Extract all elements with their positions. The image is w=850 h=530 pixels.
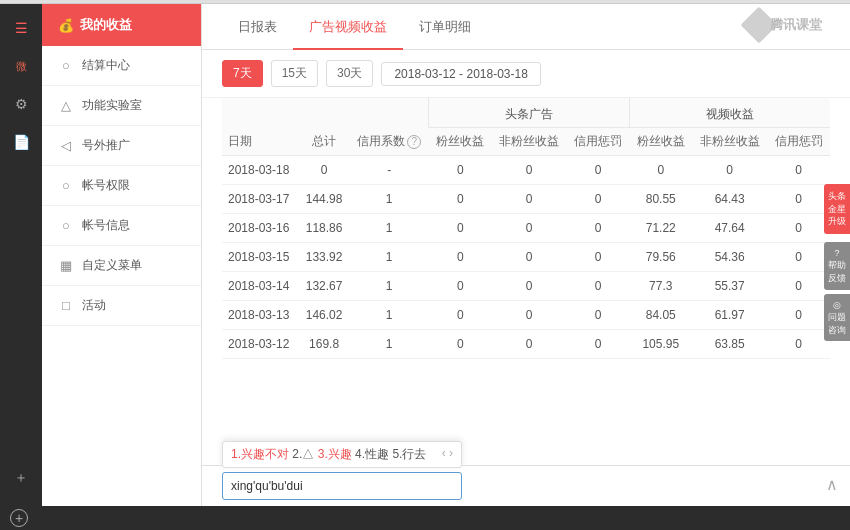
- tab-daily-report[interactable]: 日报表: [222, 4, 293, 50]
- cell-vid-penalty: 0: [767, 301, 830, 330]
- cell-date: 2018-03-16: [222, 214, 299, 243]
- period-7days-button[interactable]: 7天: [222, 60, 263, 87]
- cell-credit: -: [350, 156, 429, 185]
- plus-bottom-icon[interactable]: ＋: [5, 462, 37, 494]
- cell-date: 2018-03-14: [222, 272, 299, 301]
- suggestions-popup: 1.兴趣不对 2.△ 3.兴趣 4.性趣 5.行去 ‹ ›: [222, 441, 462, 468]
- content-area: 日报表 广告视频收益 订单明细 腾讯课堂 7天 15天 30天 2018-03-…: [202, 4, 850, 506]
- sidebar-item-activity[interactable]: □ 活动: [42, 286, 201, 326]
- help-feedback-button[interactable]: ?帮助反馈: [824, 242, 850, 290]
- menu-icon[interactable]: ☰: [5, 12, 37, 44]
- table-row: 2018-03-13 146.02 1 0 0 0 84.05 61.97 0: [222, 301, 830, 330]
- table-row: 2018-03-18 0 - 0 0 0 0 0 0: [222, 156, 830, 185]
- cell-date: 2018-03-15: [222, 243, 299, 272]
- tab-ad-income[interactable]: 广告视频收益: [293, 4, 403, 50]
- sidebar-item-label: 号外推广: [82, 137, 130, 154]
- cell-vid-penalty: 0: [767, 243, 830, 272]
- cell-ad-fan: 0: [429, 185, 492, 214]
- cell-ad-fan: 0: [429, 156, 492, 185]
- cell-vid-penalty: 0: [767, 330, 830, 359]
- cell-ad-fan: 0: [429, 330, 492, 359]
- cell-vid-penalty: 0: [767, 156, 830, 185]
- period-15days-button[interactable]: 15天: [271, 60, 318, 87]
- th-total: 总计: [299, 128, 350, 156]
- sidebar-item-settlement[interactable]: ○ 结算中心: [42, 46, 201, 86]
- customer-service-button[interactable]: ◎问题咨询: [824, 294, 850, 342]
- col-group-headline-ad: 头条广告: [429, 98, 630, 128]
- cell-ad-nonfan: 0: [492, 301, 567, 330]
- sidebar-item-permissions[interactable]: ○ 帐号权限: [42, 166, 201, 206]
- nav-panel: 💰 我的收益 ○ 结算中心 △ 功能实验室 ◁ 号外推广 ○ 帐号权限 ○ 帐号…: [42, 4, 202, 506]
- nav-header-icon: 💰: [58, 18, 74, 33]
- cell-ad-nonfan: 0: [492, 185, 567, 214]
- note-icon[interactable]: 📄: [5, 126, 37, 158]
- suggestion-item-2[interactable]: 2.△: [292, 447, 317, 461]
- cell-credit: 1: [350, 330, 429, 359]
- suggestion-item-4[interactable]: 4.性趣: [355, 447, 389, 461]
- col-group-row: 头条广告 视频收益: [222, 98, 830, 128]
- permissions-icon: ○: [58, 178, 74, 194]
- settings-icon[interactable]: ⚙: [5, 88, 37, 120]
- sidebar-item-label: 结算中心: [82, 57, 130, 74]
- data-table-wrapper: 头条广告 视频收益 日期 总计 信用系数? 粉丝收益 非粉丝收益 信用惩罚 粉丝…: [202, 98, 850, 465]
- suggestion-item-1[interactable]: 1.兴趣不对: [231, 447, 289, 461]
- cell-date: 2018-03-17: [222, 185, 299, 214]
- sidebar-item-label: 帐号信息: [82, 217, 130, 234]
- bottom-bar: +: [0, 506, 850, 530]
- suggestion-item-3[interactable]: 3.兴趣: [318, 447, 352, 461]
- cell-vid-fan: 79.56: [629, 243, 692, 272]
- sidebar-item-account[interactable]: ○ 帐号信息: [42, 206, 201, 246]
- table-row: 2018-03-12 169.8 1 0 0 0 105.95 63.85 0: [222, 330, 830, 359]
- cell-vid-nonfan: 61.97: [692, 301, 767, 330]
- cell-vid-nonfan: 0: [692, 156, 767, 185]
- th-date: 日期: [222, 128, 299, 156]
- tabs-bar: 日报表 广告视频收益 订单明细 腾讯课堂: [202, 4, 850, 50]
- sidebar-item-custom-menu[interactable]: ▦ 自定义菜单: [42, 246, 201, 286]
- sidebar-item-lab[interactable]: △ 功能实验室: [42, 86, 201, 126]
- table-row: 2018-03-16 118.86 1 0 0 0 71.22 47.64 0: [222, 214, 830, 243]
- weibo-icon[interactable]: 微: [5, 50, 37, 82]
- cell-credit: 1: [350, 243, 429, 272]
- th-ad-penalty: 信用惩罚: [567, 128, 630, 156]
- table-row: 2018-03-14 132.67 1 0 0 0 77.3 55.37 0: [222, 272, 830, 301]
- cell-ad-penalty: 0: [567, 272, 630, 301]
- col-group-total: [299, 98, 350, 128]
- col-group-date: [222, 98, 299, 128]
- nav-header: 💰 我的收益: [42, 4, 201, 46]
- cell-ad-nonfan: 0: [492, 214, 567, 243]
- promotion-icon: ◁: [58, 138, 74, 154]
- add-tab-button[interactable]: +: [10, 509, 28, 527]
- sidebar-item-label: 活动: [82, 297, 106, 314]
- cell-credit: 1: [350, 214, 429, 243]
- cell-date: 2018-03-18: [222, 156, 299, 185]
- cell-vid-nonfan: 55.37: [692, 272, 767, 301]
- search-input[interactable]: [222, 472, 462, 500]
- cell-total: 169.8: [299, 330, 350, 359]
- cell-credit: 1: [350, 272, 429, 301]
- cell-total: 132.67: [299, 272, 350, 301]
- cell-total: 144.98: [299, 185, 350, 214]
- cell-vid-penalty: 0: [767, 272, 830, 301]
- earnings-table: 头条广告 视频收益 日期 总计 信用系数? 粉丝收益 非粉丝收益 信用惩罚 粉丝…: [222, 98, 830, 359]
- upgrade-button[interactable]: 头条金星升级: [824, 184, 850, 234]
- cell-ad-fan: 0: [429, 214, 492, 243]
- cell-total: 146.02: [299, 301, 350, 330]
- cell-ad-fan: 0: [429, 301, 492, 330]
- collapse-button[interactable]: ∧: [826, 475, 838, 494]
- float-buttons: 头条金星升级 ?帮助反馈 ◎问题咨询: [824, 184, 850, 341]
- cell-credit: 1: [350, 301, 429, 330]
- cell-ad-penalty: 0: [567, 185, 630, 214]
- cell-date: 2018-03-13: [222, 301, 299, 330]
- date-range-display[interactable]: 2018-03-12 - 2018-03-18: [381, 62, 540, 86]
- sidebar-item-promotion[interactable]: ◁ 号外推广: [42, 126, 201, 166]
- period-30days-button[interactable]: 30天: [326, 60, 373, 87]
- suggestion-item-5[interactable]: 5.行去: [392, 447, 426, 461]
- cell-ad-nonfan: 0: [492, 156, 567, 185]
- tab-order-detail[interactable]: 订单明细: [403, 4, 487, 50]
- sidebar: ☰ 微 ⚙ 📄 ＋: [0, 4, 42, 506]
- cell-vid-nonfan: 54.36: [692, 243, 767, 272]
- activity-icon: □: [58, 298, 74, 314]
- th-credit: 信用系数?: [350, 128, 429, 156]
- suggestion-nav-arrows[interactable]: ‹ ›: [442, 446, 453, 460]
- cell-ad-penalty: 0: [567, 214, 630, 243]
